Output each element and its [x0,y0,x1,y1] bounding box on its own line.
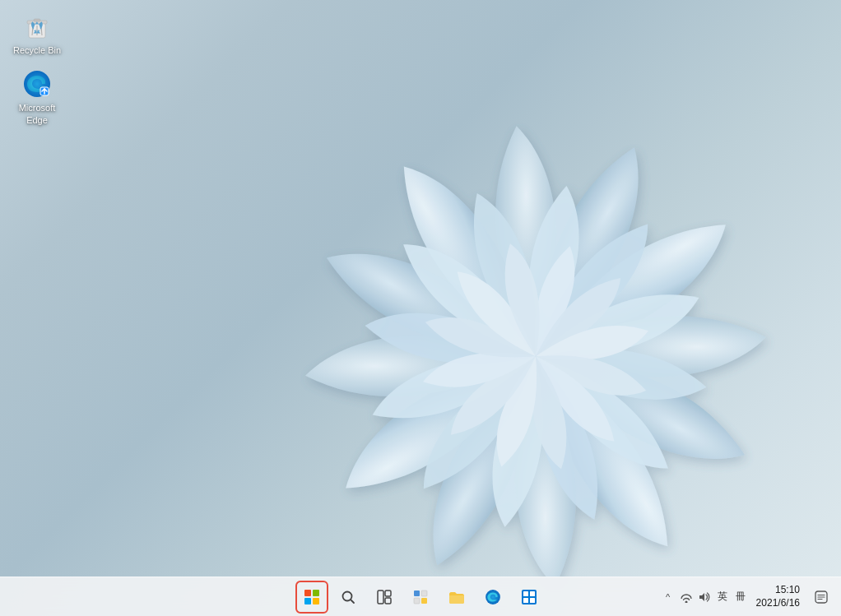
recycle-bin-image [22,12,52,41]
microsoft-edge-icon[interactable]: Microsoft Edge [8,66,66,129]
edge-image [22,69,52,99]
input-method-icon[interactable]: 英 [715,590,730,604]
recycle-bin-icon[interactable]: Recycle Bin [8,8,66,59]
search-button[interactable] [332,581,365,614]
taskbar-edge-button[interactable] [476,581,509,614]
svg-rect-15 [421,591,427,596]
svg-point-24 [685,600,687,603]
svg-rect-22 [523,598,528,603]
svg-rect-20 [523,591,528,596]
search-icon [341,590,355,604]
svg-rect-17 [421,598,427,604]
store-icon [521,589,537,605]
clock-time: 15:10 [775,584,800,597]
widgets-button[interactable] [404,581,437,614]
task-view-icon [377,590,392,604]
system-tray: ^ 英 冊 [661,581,841,614]
start-button[interactable] [295,581,328,614]
taskbar-edge-icon [485,589,501,605]
widgets-icon [413,590,428,604]
recycle-bin-label: Recycle Bin [13,44,61,56]
clock-area[interactable]: 15:10 2021/6/16 [751,582,805,611]
taskbar: ^ 英 冊 [0,577,841,616]
svg-point-9 [343,591,352,600]
svg-rect-14 [414,591,420,596]
windows-logo-tl [304,590,311,596]
clock-date: 2021/6/16 [756,597,800,610]
windows-logo [304,590,319,604]
wallpaper [248,49,824,617]
desktop-icons-area: Recycle Bin [8,8,66,129]
notification-button[interactable] [808,581,834,614]
svg-rect-23 [530,598,535,603]
windows-logo-br [313,598,319,604]
network-icon-svg [680,591,693,603]
desktop: Recycle Bin [0,0,841,616]
file-explorer-button[interactable] [440,581,473,614]
network-icon[interactable] [679,590,694,604]
show-hidden-icons-button[interactable]: ^ [661,590,676,604]
svg-rect-12 [385,591,391,596]
svg-rect-11 [378,591,383,604]
taskbar-center [295,581,546,614]
svg-rect-2 [34,19,40,21]
windows-logo-bl [304,598,311,604]
task-view-button[interactable] [368,581,401,614]
language-icon[interactable]: 冊 [733,590,748,604]
notification-icon [815,591,828,604]
svg-rect-13 [385,598,391,604]
volume-icon-svg [698,591,711,603]
svg-line-10 [351,600,355,603]
file-explorer-icon [448,590,465,604]
edge-label: Microsoft Edge [12,102,63,126]
volume-icon[interactable] [697,590,712,604]
windows-logo-tr [313,590,319,596]
svg-rect-21 [530,591,535,596]
store-button[interactable] [513,581,546,614]
svg-rect-16 [414,598,420,604]
